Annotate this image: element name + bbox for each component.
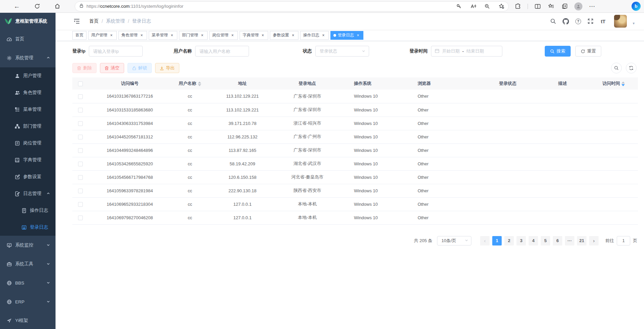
row-checkbox[interactable]	[78, 108, 83, 112]
sidebar-item-menu-mgmt[interactable]: 菜单管理	[0, 101, 56, 118]
page-button-21[interactable]: 21	[577, 236, 586, 245]
table-row[interactable]: 1641069798270046208cc127.0.0.1本地-本机 Wind…	[72, 211, 638, 224]
lock-icon[interactable]	[79, 3, 84, 9]
row-checkbox[interactable]	[78, 216, 83, 220]
sidebar-item-bbs[interactable]: BBS	[0, 273, 56, 292]
read-aloud-icon[interactable]	[469, 3, 477, 10]
tab-dict-mgmt[interactable]: 字典管理×	[240, 31, 268, 40]
page-button-6[interactable]: 6	[553, 236, 562, 245]
table-row[interactable]: 1641053426655825920cc58.19.42.209湖北省-武汉市…	[72, 157, 638, 170]
sidebar-collapse-icon[interactable]	[73, 18, 80, 25]
bing-chat-icon[interactable]: b	[632, 2, 641, 11]
password-key-icon[interactable]	[455, 3, 463, 10]
table-row[interactable]: 1641059633978281984cc222.90.130.18陕西省-西安…	[72, 184, 638, 197]
sidebar-item-dept-mgmt[interactable]: 部门管理	[0, 118, 56, 135]
page-button-3[interactable]: 3	[516, 236, 526, 245]
sort-carets-icon[interactable]	[621, 81, 625, 86]
row-checkbox[interactable]	[78, 148, 83, 153]
tab-param-settings[interactable]: 参数设置×	[270, 31, 298, 40]
status-select[interactable]: 登录状态	[315, 46, 369, 57]
sidebar-item-system-tools[interactable]: 系统工具	[0, 255, 56, 273]
split-screen-icon[interactable]	[534, 3, 541, 10]
user-avatar[interactable]	[614, 15, 627, 28]
col-visit-time[interactable]: 访问时间	[589, 77, 638, 90]
browser-settings-more-icon[interactable]: ⋯	[588, 3, 596, 10]
login-ip-input[interactable]	[89, 46, 143, 57]
table-row[interactable]: 1641069652933218304cc127.0.0.1本地-本机 Wind…	[72, 197, 638, 211]
avatar-dropdown-caret-icon[interactable]: ▾	[633, 21, 635, 26]
sidebar-item-user-mgmt[interactable]: 用户管理	[0, 67, 56, 84]
sidebar-item-operation-log[interactable]: 操作日志	[0, 202, 56, 219]
delete-button[interactable]: 删除	[72, 63, 97, 73]
app-logo[interactable]: 意框架管理系统	[0, 13, 56, 30]
header-search-icon[interactable]	[550, 18, 557, 25]
close-icon[interactable]: ×	[200, 33, 205, 38]
table-row[interactable]: 1641044520567181312cc112.96.225.132广东省-广…	[72, 130, 638, 143]
page-button-1[interactable]: 1	[492, 236, 502, 245]
col-user-name[interactable]: 用户名称	[171, 77, 209, 90]
address-bar[interactable]: https://ccnetcore.com:1101/system/log/lo…	[75, 1, 509, 11]
browser-home-icon[interactable]	[52, 2, 62, 11]
table-row[interactable]: 1641031367863177216cc113.102.129.221广东省-…	[72, 90, 638, 103]
fullscreen-icon[interactable]	[587, 18, 594, 25]
row-checkbox[interactable]	[78, 202, 83, 207]
tab-home[interactable]: 首页	[72, 31, 86, 40]
page-button-5[interactable]: 5	[541, 236, 550, 245]
breadcrumb-home[interactable]: 首页	[89, 18, 99, 24]
login-time-range-picker[interactable]: 开始日期 - 结束日期	[431, 46, 502, 57]
unlock-button[interactable]: 解锁	[128, 63, 152, 73]
page-button-2[interactable]: 2	[504, 236, 514, 245]
help-question-icon[interactable]: ?	[575, 18, 581, 25]
browser-profile-avatar[interactable]	[574, 2, 582, 10]
browser-refresh-icon[interactable]	[32, 2, 42, 11]
reset-button[interactable]: 重置	[575, 46, 601, 57]
clear-button[interactable]: 清空	[100, 63, 124, 73]
row-checkbox[interactable]	[78, 189, 83, 193]
sidebar-item-role-mgmt[interactable]: 角色管理	[0, 84, 56, 101]
sidebar-item-dict-mgmt[interactable]: 字典管理	[0, 152, 56, 168]
sidebar-item-erp[interactable]: ERP	[0, 292, 56, 311]
close-icon[interactable]: ×	[260, 33, 265, 38]
row-checkbox[interactable]	[78, 135, 83, 139]
sort-carets-icon[interactable]	[198, 81, 201, 86]
sidebar-item-yi-framework[interactable]: Yi框架	[0, 311, 56, 329]
toggle-search-icon[interactable]	[611, 63, 622, 73]
page-size-select[interactable]: 10条/页	[437, 236, 471, 245]
tab-post-mgmt[interactable]: 岗位管理×	[209, 31, 238, 40]
close-icon[interactable]: ×	[321, 33, 326, 38]
tab-login-log[interactable]: 登录日志×	[330, 31, 363, 40]
row-checkbox[interactable]	[78, 94, 83, 99]
close-icon[interactable]: ×	[356, 33, 360, 38]
tab-menu-mgmt[interactable]: 菜单管理×	[149, 31, 177, 40]
export-button[interactable]: 导出	[155, 63, 179, 73]
more-pages-icon[interactable]: ···	[565, 236, 574, 245]
prev-page-icon[interactable]: ‹	[480, 236, 490, 245]
page-button-4[interactable]: 4	[529, 236, 538, 245]
favorite-add-star-icon[interactable]	[498, 3, 505, 10]
row-checkbox[interactable]	[78, 162, 83, 166]
tab-dept-mgmt[interactable]: 部门管理×	[179, 31, 208, 40]
tab-user-mgmt[interactable]: 用户管理×	[88, 31, 117, 40]
sidebar-item-home[interactable]: 首页	[0, 30, 56, 48]
sidebar-item-post-mgmt[interactable]: 岗位管理	[0, 135, 56, 152]
table-row[interactable]: 1641054566717984768cc120.6.150.158河北省-秦皇…	[72, 170, 638, 184]
sidebar-item-param-settings[interactable]: 参数设置	[0, 168, 56, 185]
user-name-input[interactable]	[195, 46, 249, 57]
favorites-hub-icon[interactable]	[547, 3, 555, 10]
row-checkbox[interactable]	[78, 121, 83, 126]
browser-back-icon[interactable]: ←	[12, 2, 22, 11]
github-icon[interactable]	[562, 18, 569, 25]
goto-page-input[interactable]	[617, 236, 630, 245]
table-row[interactable]: 1641031533185863680cc113.102.129.221广东省-…	[72, 103, 638, 117]
table-row[interactable]: 1641043063331753984cc39.171.210.78浙江省-绍兴…	[72, 117, 638, 130]
tab-role-mgmt[interactable]: 角色管理×	[118, 31, 147, 40]
select-all-checkbox[interactable]	[78, 81, 83, 86]
extensions-icon[interactable]	[514, 3, 522, 10]
close-icon[interactable]: ×	[109, 33, 114, 38]
table-row[interactable]: 1641044993248464896cc113.87.92.165广东省-深圳…	[72, 143, 638, 157]
close-icon[interactable]: ×	[139, 33, 144, 38]
close-icon[interactable]: ×	[291, 33, 295, 38]
zoom-out-icon[interactable]	[484, 3, 491, 10]
next-page-icon[interactable]: ›	[589, 236, 599, 245]
tab-operation-log[interactable]: 操作日志×	[300, 31, 329, 40]
